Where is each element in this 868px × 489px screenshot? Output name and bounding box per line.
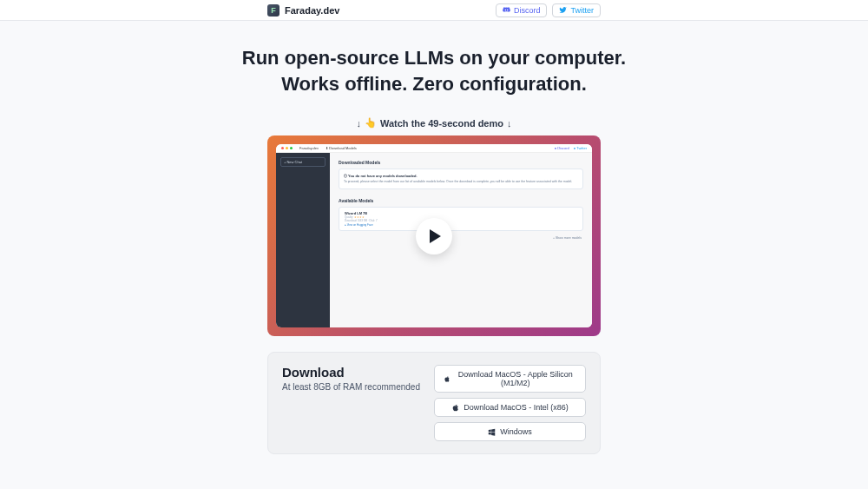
btn-silicon-label: Download MacOS - Apple Silicon (M1/M2): [455, 370, 577, 387]
maximize-dot-icon: [290, 147, 293, 149]
download-panel: Download At least 8GB of RAM recommended…: [267, 352, 601, 454]
preview-sidebar: + New Chat: [276, 153, 330, 327]
discord-link[interactable]: Discord: [496, 3, 548, 17]
preview-discord: ● Discord: [555, 146, 569, 150]
hand-icon: 👆: [365, 117, 377, 129]
empty-title: ⓘ You do not have any models downloaded.: [344, 174, 578, 178]
main-content: Run open-source LLMs on your computer. W…: [0, 21, 868, 454]
windows-icon: [488, 428, 496, 436]
close-dot-icon: [281, 147, 284, 149]
play-button[interactable]: [416, 218, 452, 254]
demo-video-thumbnail[interactable]: Faraday.dev ⬇ Download Models ● Discord …: [267, 135, 601, 336]
discord-label: Discord: [514, 6, 541, 15]
twitter-label: Twitter: [570, 6, 594, 15]
header-links: Discord Twitter: [496, 3, 601, 17]
download-info: Download At least 8GB of RAM recommended: [282, 365, 420, 441]
btn-windows-label: Windows: [500, 427, 532, 436]
empty-body: To proceed, please select the model from…: [344, 180, 578, 184]
preview-twitter: ● Twitter: [574, 146, 587, 150]
download-subtitle: At least 8GB of RAM recommended: [282, 382, 420, 392]
watch-demo-text: Watch the 49-second demo: [380, 118, 503, 129]
available-heading: Available Models: [339, 198, 583, 203]
preview-new-chat: + New Chat: [280, 157, 326, 167]
apple-icon: [444, 375, 450, 383]
preview-titlebar: Faraday.dev ⬇ Download Models ● Discord …: [276, 144, 592, 153]
arrow-down-icon: ↓: [507, 118, 512, 129]
download-buttons: Download MacOS - Apple Silicon (M1/M2) D…: [434, 365, 586, 441]
empty-state-box: ⓘ You do not have any models downloaded.…: [339, 169, 583, 189]
logo-icon: F: [267, 4, 279, 17]
preview-tab: ⬇ Download Models: [326, 146, 357, 150]
model-card: Wizard LM 7B Quality: ★★★★ Download: 3.8…: [339, 207, 583, 231]
headline-2: Works offline. Zero configuration.: [281, 71, 587, 97]
download-title: Download: [282, 365, 420, 380]
download-windows-button[interactable]: Windows: [434, 422, 586, 441]
btn-intel-label: Download MacOS - Intel (x86): [464, 403, 569, 412]
download-macos-intel-button[interactable]: Download MacOS - Intel (x86): [434, 398, 586, 417]
view-huggingface: ● View on Hugging Face: [345, 223, 577, 227]
watch-demo-link[interactable]: ↓ 👆 Watch the 49-second demo ↓: [356, 117, 511, 129]
minimize-dot-icon: [286, 147, 288, 149]
logo-area[interactable]: F Faraday.dev: [267, 4, 339, 17]
model-size: Download: 3.83 GB · Disk: 7: [345, 219, 577, 222]
header-center: F Faraday.dev Discord Twitter: [267, 3, 601, 17]
preview-title: Faraday.dev: [299, 146, 319, 150]
brand-name: Faraday.dev: [285, 5, 339, 16]
headline-1: Run open-source LLMs on your computer.: [242, 45, 626, 71]
show-more: + Show more models: [339, 235, 583, 241]
play-icon: [430, 229, 441, 243]
preview-content: Downloaded Models ⓘ You do not have any …: [330, 153, 592, 327]
header: F Faraday.dev Discord Twitter: [0, 0, 868, 21]
twitter-link[interactable]: Twitter: [552, 3, 601, 17]
download-macos-silicon-button[interactable]: Download MacOS - Apple Silicon (M1/M2): [434, 365, 586, 393]
apple-icon: [451, 404, 459, 412]
twitter-icon: [559, 6, 567, 14]
arrow-down-icon: ↓: [356, 118, 361, 129]
discord-icon: [503, 6, 510, 14]
downloaded-heading: Downloaded Models: [339, 160, 583, 165]
